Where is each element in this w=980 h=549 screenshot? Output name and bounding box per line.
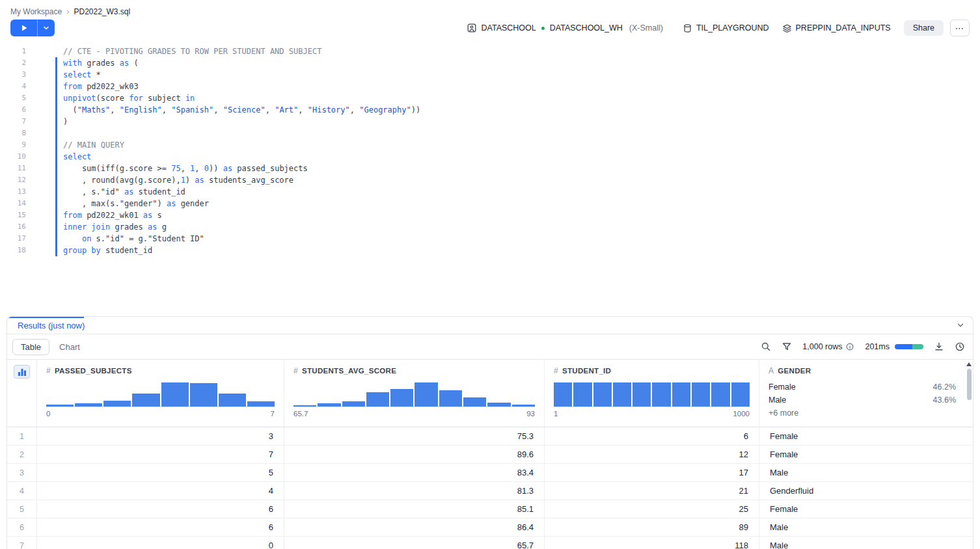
cell-passed-subjects: 7: [36, 446, 284, 463]
cell-gender: Female: [759, 427, 973, 445]
statement-marker: [55, 151, 57, 163]
number-type-icon: #: [554, 366, 558, 375]
code-line: 3select *: [0, 69, 980, 81]
table-row[interactable]: 4481.321Genderfluid: [7, 482, 973, 500]
search-icon[interactable]: [761, 341, 771, 352]
line-number: 10: [0, 151, 26, 163]
table-row[interactable]: 2789.612Female: [7, 446, 973, 464]
results-toolbar-right: 1,000 rows 201ms: [761, 341, 965, 352]
run-button-group: [10, 20, 55, 36]
tab-chart[interactable]: Chart: [51, 340, 88, 355]
database-selector[interactable]: TIL_PLAYGROUND: [683, 23, 769, 33]
category-row: +6 more: [769, 407, 956, 420]
column-header-gender[interactable]: A GENDER Female46.2%Male43.6%+6 more: [759, 360, 973, 427]
line-number: 13: [0, 186, 26, 198]
cell-student-id: 17: [544, 464, 759, 481]
code-line: 10select: [0, 151, 980, 163]
text-type-icon: A: [769, 366, 774, 375]
histogram-student-id: [554, 382, 750, 407]
tab-table[interactable]: Table: [12, 339, 49, 355]
table-row[interactable]: 6686.489Male: [7, 518, 973, 537]
breadcrumb: My Workspace › PD2022_W3.sql: [10, 7, 130, 16]
status-dot: [541, 27, 545, 30]
results-header[interactable]: Results (just now): [7, 317, 973, 334]
column-name: STUDENT_ID: [562, 367, 611, 375]
warehouse-selector[interactable]: DATASCHOOL_WH (X-Small): [550, 23, 663, 33]
table-row[interactable]: 3583.417Male: [7, 464, 973, 482]
more-options-button[interactable]: ⋯: [950, 20, 970, 36]
breadcrumb-workspace[interactable]: My Workspace: [10, 7, 62, 16]
filter-icon[interactable]: [782, 341, 792, 352]
info-icon[interactable]: [845, 342, 854, 351]
cell-passed-subjects: 6: [36, 518, 284, 536]
cell-student-id: 6: [544, 427, 759, 445]
column-name: GENDER: [778, 367, 811, 375]
scrollbar-thumb[interactable]: [967, 369, 972, 400]
cell-students-avg-score: 83.4: [284, 464, 544, 481]
column-header-student-id[interactable]: # STUDENT_ID 1 1000: [544, 360, 759, 427]
scroll-up-icon[interactable]: [966, 362, 972, 366]
column-min: 1: [554, 410, 558, 418]
results-table: # PASSED_SUBJECTS 0 7 # STUDENTS_AVG_SCO…: [7, 359, 973, 549]
role-label: DATASCHOOL: [481, 23, 536, 33]
role-selector[interactable]: DATASCHOOL: [467, 23, 536, 33]
cell-passed-subjects: 0: [36, 537, 284, 549]
number-type-icon: #: [46, 366, 51, 375]
run-options-button[interactable]: [37, 20, 55, 36]
table-row[interactable]: 5685.125Female: [7, 500, 973, 518]
statement-marker: [55, 92, 57, 104]
database-label: TIL_PLAYGROUND: [696, 23, 769, 33]
code-line: 1// CTE - PIVOTING GRADES TO ROW PER STU…: [0, 46, 980, 57]
column-header-passed-subjects[interactable]: # PASSED_SUBJECTS 0 7: [36, 360, 284, 427]
table-row[interactable]: 1375.36Female: [7, 427, 973, 446]
code-line: 12 , round(avg(g.score),1) as students_a…: [0, 174, 980, 186]
row-number: 7: [7, 537, 36, 549]
line-number: 6: [0, 104, 26, 116]
cell-gender: Male: [759, 537, 973, 549]
breadcrumb-chevron-icon: ›: [66, 7, 69, 16]
warehouse-label: DATASCHOOL_WH: [550, 23, 623, 33]
table-corner-cell[interactable]: [7, 360, 36, 427]
share-button[interactable]: Share: [904, 20, 944, 36]
column-stats-icon[interactable]: [14, 365, 30, 379]
history-icon[interactable]: [955, 341, 965, 352]
schema-selector[interactable]: PREPPIN_DATA_INPUTS: [782, 23, 891, 33]
histogram-passed-subjects: [46, 382, 275, 407]
cell-students-avg-score: 81.3: [284, 482, 544, 500]
category-row: Male43.6%: [769, 394, 956, 407]
statement-marker: [55, 245, 57, 256]
code-line: 2with grades as (: [0, 57, 980, 69]
cell-gender: Male: [759, 464, 973, 481]
row-number: 3: [7, 464, 36, 481]
row-number: 4: [7, 482, 36, 500]
sql-editor[interactable]: 1// CTE - PIVOTING GRADES TO ROW PER STU…: [0, 46, 980, 308]
cell-student-id: 21: [544, 482, 759, 500]
query-duration: 201ms: [865, 342, 890, 351]
line-number: 12: [0, 174, 26, 186]
line-number: 16: [0, 221, 26, 233]
line-number: 14: [0, 198, 26, 209]
table-row[interactable]: 7065.7118Male: [7, 537, 973, 549]
cell-students-avg-score: 75.3: [284, 427, 544, 445]
schema-label: PREPPIN_DATA_INPUTS: [796, 23, 891, 33]
column-header-students-avg-score[interactable]: # STUDENTS_AVG_SCORE 65.7 93: [284, 360, 544, 427]
statement-marker: [55, 81, 57, 92]
cell-students-avg-score: 89.6: [284, 446, 544, 463]
gender-categories: Female46.2%Male43.6%+6 more: [769, 381, 964, 420]
chevron-down-icon: [42, 24, 50, 32]
download-icon[interactable]: [934, 341, 944, 352]
cell-passed-subjects: 5: [36, 464, 284, 481]
scrollbar[interactable]: [966, 361, 972, 549]
line-number: 11: [0, 163, 26, 174]
role-badge-icon: [467, 23, 477, 33]
cell-student-id: 118: [544, 537, 759, 549]
row-number: 1: [7, 427, 36, 445]
statement-marker: [55, 127, 57, 139]
statement-marker: [55, 116, 57, 127]
statement-marker: [55, 221, 57, 233]
database-icon: [683, 23, 692, 33]
run-button[interactable]: [10, 20, 37, 36]
collapse-results-icon[interactable]: [956, 321, 965, 330]
code-line: 17 on s."id" = g."Student ID": [0, 233, 980, 245]
code-line: 16inner join grades as g: [0, 221, 980, 233]
